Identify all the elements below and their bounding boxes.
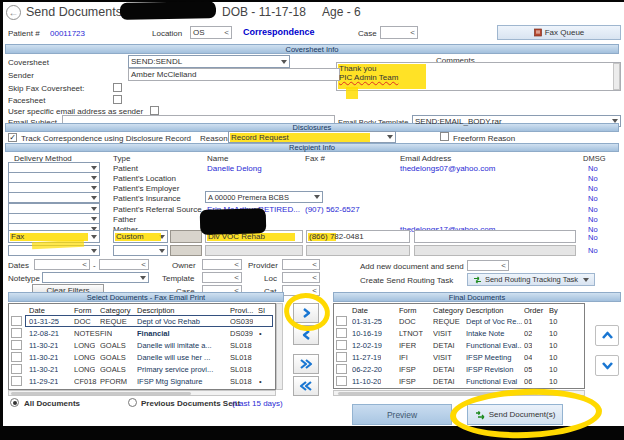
comments-textarea[interactable]: Thank you PIC Admin Team [336, 62, 621, 91]
row-checkbox[interactable] [11, 352, 22, 362]
row-checkbox[interactable] [336, 316, 347, 326]
cell-date: 11-30-21 [29, 341, 58, 350]
recipient-type-custom-select[interactable]: Custom [113, 230, 168, 243]
row-checkbox[interactable] [336, 328, 347, 338]
row-checkbox[interactable] [336, 340, 347, 350]
select-documents-scrollbar[interactable] [276, 303, 283, 390]
chevron-down-icon [91, 249, 97, 253]
move-down-button[interactable] [595, 355, 619, 376]
row-checkbox[interactable] [336, 364, 347, 374]
cell-description: Functional Eval [466, 377, 522, 386]
row-checkbox[interactable] [11, 340, 22, 350]
sender-input[interactable]: Amber McClelland [128, 68, 340, 81]
cell-order: 02 [524, 329, 532, 338]
date-from-input[interactable]: < [34, 259, 90, 270]
lookup-icon[interactable]: < [312, 274, 317, 282]
lookup-icon[interactable]: < [82, 261, 87, 269]
delivery-method-select[interactable] [8, 245, 100, 256]
age-text: Age - 6 [322, 5, 361, 19]
cell-description: Dept of Voc Re... [466, 317, 522, 326]
chevron-down-icon [91, 196, 97, 200]
all-documents-radio[interactable] [10, 398, 19, 407]
custom-recipient-fax-input[interactable]: (866) 782-0481 [306, 230, 410, 243]
cell-description: IFSP Meeting [466, 353, 522, 362]
insurance-select[interactable]: A 00000 Premera BCBS [205, 191, 323, 203]
send-documents-button[interactable]: Send Document(s) [467, 404, 563, 425]
freeform-reason-checkbox[interactable] [440, 132, 449, 141]
lookup-icon[interactable]: < [234, 261, 239, 269]
add-new-document-input[interactable]: < [467, 260, 509, 271]
cell-form: DOC [74, 317, 91, 326]
cell-category: REQUE [433, 317, 460, 326]
col-type: Type [113, 154, 130, 163]
patient-number-value[interactable]: 00011723 [50, 29, 85, 38]
cell-description: Dept of Voc Rehab [137, 317, 227, 326]
user-email-checkbox[interactable] [150, 106, 159, 115]
cell-form: DOC [399, 317, 416, 326]
previous-documents-radio[interactable] [128, 398, 137, 407]
lookup-icon[interactable]: < [141, 261, 146, 269]
delivery-method-fax-select[interactable]: Fax [8, 230, 100, 243]
recipient-fax: (907) 562-6527 [305, 205, 360, 214]
coversheet-select[interactable]: SEND:SENDL [128, 55, 290, 68]
lookup-icon[interactable]: < [501, 262, 506, 270]
track-correspondence-checkbox[interactable]: ✓ [8, 133, 17, 142]
correspondence-link[interactable]: Correspondence [243, 28, 315, 37]
disabled-email-field [414, 245, 576, 256]
send-documents-window: ← Send Documents - DOB - 11-17-18 Age - … [0, 0, 624, 440]
case-input[interactable]: < [380, 26, 418, 39]
row-checkbox[interactable] [11, 364, 22, 374]
cat-input[interactable]: < [282, 285, 320, 296]
delivery-method-select[interactable] [8, 192, 100, 203]
final-documents-hscrollbar[interactable] [333, 390, 585, 396]
recipient-email[interactable]: thedelongs07@yahoo.com [400, 164, 495, 173]
notetype-select[interactable] [42, 272, 149, 283]
lookup-icon[interactable]: < [224, 29, 229, 37]
row-checkbox[interactable] [11, 316, 22, 326]
disabled-name-field [205, 245, 303, 256]
skip-fax-checkbox[interactable] [113, 83, 122, 92]
owner-label: Owner [172, 261, 196, 270]
page-title: Send Documents - [26, 5, 130, 19]
fax-queue-button[interactable]: Fax Queue [497, 25, 621, 40]
recipient-name-link[interactable]: Danelle Delong [207, 164, 262, 173]
cell-provider: SL018 [230, 353, 252, 362]
send-routing-task-button[interactable]: Send Routing Tracking Task [467, 273, 595, 286]
row-checkbox[interactable] [336, 376, 347, 386]
preview-button[interactable]: Preview [352, 404, 452, 425]
move-all-left-button[interactable] [293, 376, 319, 396]
date-to-input[interactable]: < [99, 259, 149, 270]
col-header-category: Category [433, 306, 463, 315]
cell-form: LONG [74, 365, 95, 374]
template-input[interactable]: < [202, 272, 242, 283]
comments-line2: PIC Admin Team [339, 73, 618, 82]
move-right-button[interactable] [293, 303, 319, 323]
recipient-type: Patient's Referral Source [113, 205, 202, 214]
col-header-description: Description [466, 306, 504, 315]
lookup-icon[interactable]: < [410, 29, 415, 37]
row-checkbox[interactable] [11, 328, 22, 338]
location-input[interactable]: OS < [190, 26, 232, 39]
owner-input[interactable]: < [202, 259, 242, 270]
recipient-type: Patient's Location [113, 174, 176, 183]
loc-input[interactable]: < [282, 272, 320, 283]
cell-provider: SL018 [230, 341, 252, 350]
reason-select[interactable]: Record Request [228, 131, 396, 143]
select-documents-hscrollbar[interactable] [8, 390, 276, 396]
move-left-button[interactable] [293, 325, 319, 345]
lookup-icon[interactable]: < [312, 261, 317, 269]
double-chevron-left-icon [299, 380, 313, 392]
custom-recipient-email-input[interactable] [414, 230, 576, 243]
lookup-icon[interactable]: < [312, 287, 317, 295]
last-days-link[interactable]: (Last 15 days) [232, 399, 283, 408]
lookup-icon[interactable]: < [234, 274, 239, 282]
row-checkbox[interactable] [336, 352, 347, 362]
col-dmsg: DMSG [583, 154, 606, 163]
recipient-type-select[interactable] [113, 245, 168, 256]
row-checkbox[interactable] [11, 376, 22, 386]
provider-input[interactable]: < [282, 259, 320, 270]
back-button[interactable]: ← [6, 5, 21, 20]
move-all-right-button[interactable] [293, 354, 319, 374]
move-up-button[interactable] [595, 325, 619, 346]
facesheet-checkbox[interactable] [113, 95, 122, 104]
